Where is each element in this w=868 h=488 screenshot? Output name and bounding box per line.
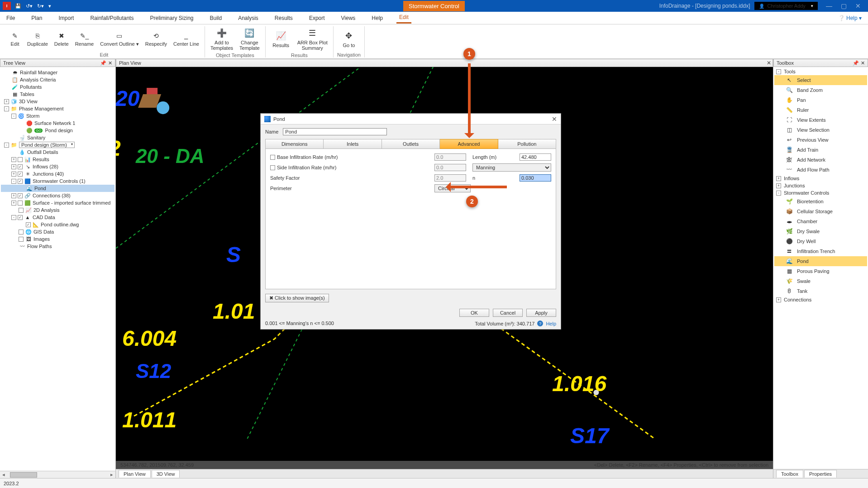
toolbox-item-infiltration-trench[interactable]: 〓Infiltration Trench [774,246,867,256]
toolbox-group-stormwater-controls[interactable]: -Stormwater Controls [774,189,867,196]
tab-inlets[interactable]: Inlets [324,139,382,149]
phase-select[interactable]: Pond design (Storm) [19,142,75,148]
menu-plan[interactable]: Plan [29,13,45,23]
show-images-button[interactable]: ✖ Click to show image(s) [265,294,329,302]
toolbox-item-add-train[interactable]: 🚆Add Train [774,145,867,155]
tree-node-analysis-criteria[interactable]: 📋Analysis Criteria [1,76,114,83]
menu-export[interactable]: Export [306,13,328,23]
tab-plan-view[interactable]: Plan View [119,470,151,478]
undo-icon[interactable]: ↺▾ [24,3,34,9]
tree-node-inflows-28-[interactable]: +✓↘Inflows (28) [1,163,114,170]
tree-node-flow-paths[interactable]: 〰Flow Paths [1,243,114,250]
toolbox-item-tank[interactable]: 🛢Tank [774,286,867,296]
n-input[interactable] [520,174,551,182]
expand-icon[interactable]: - [11,179,16,184]
toolbox-item-swale[interactable]: 🌾Swale [774,276,867,286]
tab-outlets[interactable]: Outlets [382,139,440,149]
expand-icon[interactable]: + [4,99,9,104]
expand-icon[interactable]: + [11,201,16,206]
checkbox[interactable]: ✓ [18,179,23,184]
expand-icon[interactable]: - [4,106,9,111]
toolbox-group-tools[interactable]: -Tools [774,68,867,75]
checkbox[interactable]: ✓ [18,164,23,169]
tree-node-pond-design[interactable]: 🟢GOPond design [1,127,114,134]
base-rate-input[interactable] [434,153,466,161]
toolbox-group-connections[interactable]: +Connections [774,296,867,303]
tree-view[interactable]: 🌧Rainfall Manager📋Analysis Criteria🧪Poll… [0,67,115,471]
tree-node-junctions-40-[interactable]: +✓✳Junctions (40) [1,170,114,177]
toolbox-item-add-network[interactable]: 🕸Add Network [774,155,867,165]
tree-node-tables[interactable]: ▦Tables [1,91,114,98]
help-link[interactable]: Help [546,321,556,326]
tab-dimensions[interactable]: Dimensions [265,139,324,149]
toolbox-item-pond[interactable]: 🌊Pond [774,256,867,266]
toolbox-item-dry-well[interactable]: ⚫Dry Well [774,236,867,246]
menu-rainfallpollutants[interactable]: Rainfall/Pollutants [87,13,136,23]
roughness-select[interactable]: Manning [472,163,551,172]
tree-node-storm[interactable]: -🌀Storm [1,112,114,120]
tree-node-cad-data[interactable]: -✓▲CAD Data [1,214,114,221]
toolbox-tree[interactable]: -Tools↖Select🔍Band Zoom✋Pan📏Ruler⛶View E… [773,67,868,469]
ribbon-duplicate[interactable]: ⎘Duplicate [24,26,51,51]
toolbox-item-cellular-storage[interactable]: 📦Cellular Storage [774,206,867,216]
checkbox[interactable] [19,208,24,213]
checkbox[interactable]: ✓ [18,193,23,198]
toolbox-item-chamber[interactable]: 🕳Chamber [774,216,867,226]
menu-import[interactable]: Import [56,13,76,23]
tree-node-2d-analysis[interactable]: 📈2D Analysis [1,206,114,214]
expand-icon[interactable]: + [11,164,16,169]
tree-node-pond-design-storm-[interactable]: -📁Pond design (Storm) [1,141,114,148]
tree-node-phase-management[interactable]: -📁Phase Management [1,105,114,112]
tree-node-pollutants[interactable]: 🧪Pollutants [1,83,114,91]
tab-3d-view[interactable]: 3D View [152,470,180,478]
ribbon-respecify[interactable]: ⟲Respecify [143,26,170,51]
toolbox-item-bioretention[interactable]: 🌱Bioretention [774,196,867,206]
tree-node-rainfall-manager[interactable]: 🌧Rainfall Manager [1,69,114,76]
pin-icon[interactable]: 📌 [853,60,859,66]
close-icon[interactable]: ✕ [852,2,864,10]
qat-more-icon[interactable]: ▾ [47,3,52,9]
ribbon-delete[interactable]: ✖Delete [52,26,72,51]
expand-icon[interactable]: + [11,193,16,198]
name-input[interactable] [283,128,387,135]
tree-node-sanitary[interactable]: 🚽Sanitary [1,134,114,141]
help-icon[interactable]: ? [537,321,543,326]
side-rate-checkbox[interactable] [270,165,275,170]
tab-properties[interactable]: Properties [804,470,837,478]
toolbox-group-inflows[interactable]: +Inflows [774,175,867,182]
toolbox-item-select[interactable]: ↖Select [774,75,867,85]
menu-help[interactable]: Help [369,13,386,23]
base-rate-checkbox[interactable] [270,155,275,160]
toolbox-group-junctions[interactable]: +Junctions [774,182,867,189]
tree-node-surface-network-1[interactable]: 🛑Surface Network 1 [1,120,114,127]
menu-file[interactable]: File [4,13,18,23]
checkbox[interactable] [18,201,23,206]
expand-icon[interactable]: + [11,157,16,162]
tab-pollution[interactable]: Pollution [498,139,556,149]
ribbon-convert-outline-[interactable]: ▭Convert Outline ▾ [97,26,141,51]
expand-icon[interactable]: + [11,172,16,177]
menu-results[interactable]: Results [272,13,296,23]
toolbox-item-ruler[interactable]: 📏Ruler [774,105,867,115]
toolbox-item-view-extents[interactable]: ⛶View Extents [774,115,867,125]
checkbox[interactable] [19,237,24,242]
cancel-button[interactable]: Cancel [493,309,523,317]
toolbox-item-previous-view[interactable]: ↩Previous View [774,135,867,145]
expand-icon[interactable]: - [4,143,9,148]
tree-scrollbar[interactable]: ◂▸ [0,471,115,478]
dialog-titlebar[interactable]: Pond ✕ [261,114,561,124]
checkbox[interactable] [18,157,23,162]
safety-input[interactable] [434,174,466,182]
tree-node-gis-data[interactable]: 🌐GIS Data [1,228,114,235]
tree-node-surface-imported-surface-trimmed[interactable]: +🟩Surface - imported surface trimmed [1,199,114,206]
toolbox-item-dry-swale[interactable]: 🌿Dry Swale [774,226,867,236]
ok-button[interactable]: OK [459,309,489,317]
tree-node-images[interactable]: 🖼Images [1,235,114,243]
menu-preliminarysizing[interactable]: Preliminary Sizing [147,13,196,23]
menu-build[interactable]: Build [207,13,224,23]
ribbon-add-to-templates[interactable]: ➕Add toTemplates [208,26,236,52]
redo-icon[interactable]: ↻▾ [36,3,45,9]
tab-toolbox[interactable]: Toolbox [776,470,803,478]
expand-icon[interactable]: - [11,114,16,119]
ribbon-edit[interactable]: ✎Edit [6,26,24,51]
